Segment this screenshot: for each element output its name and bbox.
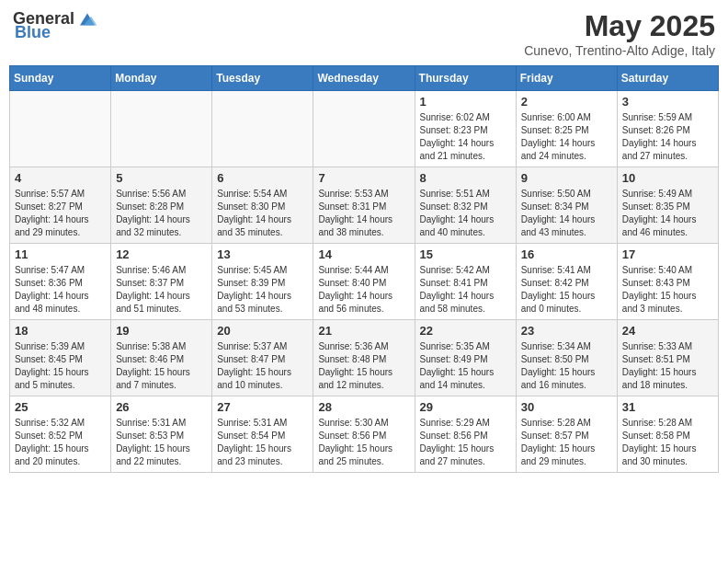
calendar-cell: 27Sunrise: 5:31 AMSunset: 8:54 PMDayligh…: [212, 396, 313, 473]
day-number: 23: [521, 324, 612, 338]
day-number: 3: [622, 95, 713, 109]
calendar-cell: 13Sunrise: 5:45 AMSunset: 8:39 PMDayligh…: [212, 244, 313, 320]
calendar-cell: 6Sunrise: 5:54 AMSunset: 8:30 PMDaylight…: [212, 167, 313, 244]
calendar-cell: [212, 91, 313, 167]
day-number: 11: [15, 247, 106, 261]
day-info: Sunrise: 5:34 AMSunset: 8:50 PMDaylight:…: [521, 340, 612, 392]
calendar-week-row: 11Sunrise: 5:47 AMSunset: 8:36 PMDayligh…: [10, 244, 719, 320]
day-info: Sunrise: 5:54 AMSunset: 8:30 PMDaylight:…: [217, 188, 308, 239]
day-info: Sunrise: 5:46 AMSunset: 8:37 PMDaylight:…: [116, 264, 207, 316]
day-info: Sunrise: 5:50 AMSunset: 8:34 PMDaylight:…: [521, 188, 612, 239]
day-number: 17: [622, 247, 713, 261]
day-number: 30: [521, 400, 612, 414]
day-info: Sunrise: 5:28 AMSunset: 8:58 PMDaylight:…: [622, 417, 713, 468]
day-info: Sunrise: 6:02 AMSunset: 8:23 PMDaylight:…: [420, 111, 511, 163]
calendar-cell: [111, 91, 212, 167]
header: General Blue May 2025 Cunevo, Trentino-A…: [9, 9, 719, 58]
calendar-cell: 18Sunrise: 5:39 AMSunset: 8:45 PMDayligh…: [10, 320, 111, 396]
day-number: 18: [15, 324, 106, 338]
calendar-cell: 4Sunrise: 5:57 AMSunset: 8:27 PMDaylight…: [10, 167, 111, 244]
day-number: 2: [521, 95, 612, 109]
day-info: Sunrise: 5:30 AMSunset: 8:56 PMDaylight:…: [318, 417, 409, 468]
calendar-week-row: 4Sunrise: 5:57 AMSunset: 8:27 PMDaylight…: [10, 167, 719, 244]
calendar-header-row: SundayMondayTuesdayWednesdayThursdayFrid…: [10, 66, 719, 91]
day-info: Sunrise: 5:49 AMSunset: 8:35 PMDaylight:…: [622, 188, 713, 239]
calendar-cell: 14Sunrise: 5:44 AMSunset: 8:40 PMDayligh…: [313, 244, 415, 320]
day-info: Sunrise: 5:44 AMSunset: 8:40 PMDaylight:…: [318, 264, 409, 316]
day-info: Sunrise: 5:45 AMSunset: 8:39 PMDaylight:…: [217, 264, 308, 316]
day-info: Sunrise: 5:28 AMSunset: 8:57 PMDaylight:…: [521, 417, 612, 468]
calendar-cell: 2Sunrise: 6:00 AMSunset: 8:25 PMDaylight…: [516, 91, 617, 167]
calendar-week-row: 25Sunrise: 5:32 AMSunset: 8:52 PMDayligh…: [10, 396, 719, 473]
day-number: 19: [116, 324, 207, 338]
calendar-cell: 12Sunrise: 5:46 AMSunset: 8:37 PMDayligh…: [111, 244, 212, 320]
day-of-week-thursday: Thursday: [415, 66, 516, 91]
calendar-cell: 23Sunrise: 5:34 AMSunset: 8:50 PMDayligh…: [516, 320, 617, 396]
month-year: May 2025: [524, 9, 715, 43]
calendar-cell: 30Sunrise: 5:28 AMSunset: 8:57 PMDayligh…: [516, 396, 617, 473]
calendar-cell: 19Sunrise: 5:38 AMSunset: 8:46 PMDayligh…: [111, 320, 212, 396]
calendar-cell: 25Sunrise: 5:32 AMSunset: 8:52 PMDayligh…: [10, 396, 111, 473]
day-info: Sunrise: 5:36 AMSunset: 8:48 PMDaylight:…: [318, 340, 409, 392]
day-info: Sunrise: 6:00 AMSunset: 8:25 PMDaylight:…: [521, 111, 612, 163]
day-info: Sunrise: 5:40 AMSunset: 8:43 PMDaylight:…: [622, 264, 713, 316]
day-number: 8: [420, 171, 511, 185]
day-of-week-monday: Monday: [111, 66, 212, 91]
calendar-cell: 31Sunrise: 5:28 AMSunset: 8:58 PMDayligh…: [617, 396, 718, 473]
title-area: May 2025 Cunevo, Trentino-Alto Adige, It…: [524, 9, 715, 58]
calendar-cell: 21Sunrise: 5:36 AMSunset: 8:48 PMDayligh…: [313, 320, 415, 396]
day-number: 24: [622, 324, 713, 338]
day-info: Sunrise: 5:41 AMSunset: 8:42 PMDaylight:…: [521, 264, 612, 316]
day-number: 7: [318, 171, 409, 185]
day-of-week-sunday: Sunday: [10, 66, 111, 91]
day-info: Sunrise: 5:56 AMSunset: 8:28 PMDaylight:…: [116, 188, 207, 239]
day-number: 6: [217, 171, 308, 185]
calendar-cell: [10, 91, 111, 167]
day-info: Sunrise: 5:33 AMSunset: 8:51 PMDaylight:…: [622, 340, 713, 392]
day-info: Sunrise: 5:59 AMSunset: 8:26 PMDaylight:…: [622, 111, 713, 163]
day-info: Sunrise: 5:39 AMSunset: 8:45 PMDaylight:…: [15, 340, 106, 392]
calendar-cell: 22Sunrise: 5:35 AMSunset: 8:49 PMDayligh…: [415, 320, 516, 396]
day-number: 15: [420, 247, 511, 261]
day-number: 25: [15, 400, 106, 414]
day-number: 29: [420, 400, 511, 414]
day-number: 12: [116, 247, 207, 261]
day-info: Sunrise: 5:51 AMSunset: 8:32 PMDaylight:…: [420, 188, 511, 239]
calendar-cell: 15Sunrise: 5:42 AMSunset: 8:41 PMDayligh…: [415, 244, 516, 320]
day-number: 26: [116, 400, 207, 414]
day-number: 14: [318, 247, 409, 261]
day-number: 5: [116, 171, 207, 185]
day-info: Sunrise: 5:31 AMSunset: 8:54 PMDaylight:…: [217, 417, 308, 468]
day-number: 9: [521, 171, 612, 185]
day-number: 27: [217, 400, 308, 414]
calendar-cell: 29Sunrise: 5:29 AMSunset: 8:56 PMDayligh…: [415, 396, 516, 473]
day-of-week-tuesday: Tuesday: [212, 66, 313, 91]
day-info: Sunrise: 5:35 AMSunset: 8:49 PMDaylight:…: [420, 340, 511, 392]
calendar: SundayMondayTuesdayWednesdayThursdayFrid…: [9, 65, 719, 473]
day-number: 31: [622, 400, 713, 414]
day-of-week-wednesday: Wednesday: [313, 66, 415, 91]
location: Cunevo, Trentino-Alto Adige, Italy: [524, 43, 715, 58]
day-info: Sunrise: 5:32 AMSunset: 8:52 PMDaylight:…: [15, 417, 106, 468]
calendar-cell: 17Sunrise: 5:40 AMSunset: 8:43 PMDayligh…: [617, 244, 718, 320]
day-info: Sunrise: 5:57 AMSunset: 8:27 PMDaylight:…: [15, 188, 106, 239]
day-number: 10: [622, 171, 713, 185]
calendar-cell: 3Sunrise: 5:59 AMSunset: 8:26 PMDaylight…: [617, 91, 718, 167]
calendar-week-row: 1Sunrise: 6:02 AMSunset: 8:23 PMDaylight…: [10, 91, 719, 167]
calendar-week-row: 18Sunrise: 5:39 AMSunset: 8:45 PMDayligh…: [10, 320, 719, 396]
day-number: 20: [217, 324, 308, 338]
day-number: 28: [318, 400, 409, 414]
calendar-cell: 20Sunrise: 5:37 AMSunset: 8:47 PMDayligh…: [212, 320, 313, 396]
logo: General Blue: [13, 9, 98, 42]
calendar-cell: 28Sunrise: 5:30 AMSunset: 8:56 PMDayligh…: [313, 396, 415, 473]
day-info: Sunrise: 5:37 AMSunset: 8:47 PMDaylight:…: [217, 340, 308, 392]
calendar-cell: 1Sunrise: 6:02 AMSunset: 8:23 PMDaylight…: [415, 91, 516, 167]
calendar-cell: 11Sunrise: 5:47 AMSunset: 8:36 PMDayligh…: [10, 244, 111, 320]
calendar-cell: 10Sunrise: 5:49 AMSunset: 8:35 PMDayligh…: [617, 167, 718, 244]
day-number: 21: [318, 324, 409, 338]
calendar-cell: 16Sunrise: 5:41 AMSunset: 8:42 PMDayligh…: [516, 244, 617, 320]
calendar-cell: 26Sunrise: 5:31 AMSunset: 8:53 PMDayligh…: [111, 396, 212, 473]
calendar-cell: 5Sunrise: 5:56 AMSunset: 8:28 PMDaylight…: [111, 167, 212, 244]
day-number: 16: [521, 247, 612, 261]
calendar-cell: 8Sunrise: 5:51 AMSunset: 8:32 PMDaylight…: [415, 167, 516, 244]
